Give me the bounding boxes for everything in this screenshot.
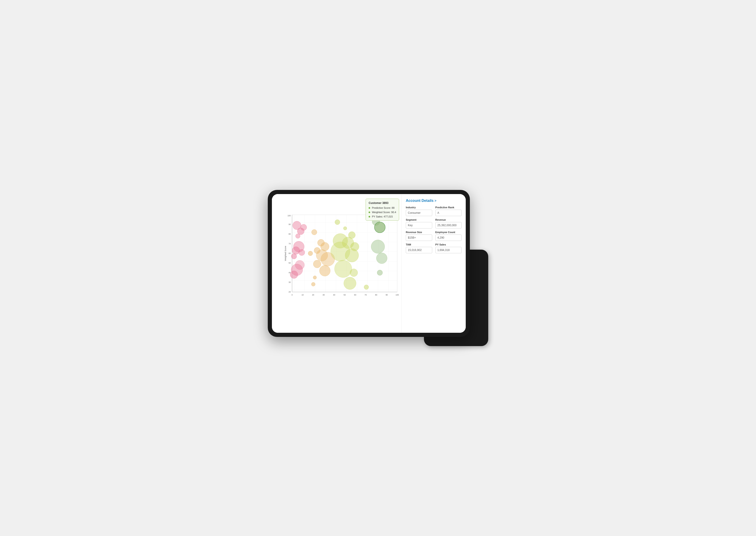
field-label-revenue-size: Revenue Size <box>406 231 432 234</box>
svg-point-40 <box>308 251 313 255</box>
svg-point-32 <box>291 253 297 259</box>
svg-point-64 <box>374 222 385 233</box>
svg-point-36 <box>312 229 317 235</box>
svg-text:90: 90 <box>385 294 388 296</box>
field-label-tam: TAM <box>406 243 432 246</box>
svg-text:100: 100 <box>396 294 399 296</box>
svg-point-46 <box>312 282 315 286</box>
field-group-predictive-rank: Predictive Rank <box>435 206 462 216</box>
svg-point-47 <box>335 219 340 224</box>
field-label-employee-count: Employee Count <box>435 231 462 234</box>
svg-text:30: 30 <box>289 281 291 284</box>
field-input-employee-count[interactable] <box>435 234 462 241</box>
svg-text:50: 50 <box>289 262 291 264</box>
svg-point-55 <box>335 260 352 278</box>
svg-text:10: 10 <box>302 294 304 296</box>
svg-point-57 <box>344 277 356 289</box>
tooltip-item-2: Weighted Score: 90.4 <box>369 210 396 215</box>
field-input-revenue[interactable] <box>435 222 462 228</box>
svg-text:80: 80 <box>289 233 291 235</box>
field-input-revenue-size[interactable] <box>406 234 432 241</box>
field-group-revenue: Revenue <box>435 218 462 228</box>
svg-point-28 <box>296 234 300 238</box>
tablet-screen: Customer 3893 Predictive Score: 88 Weigh… <box>272 194 466 333</box>
svg-text:50: 50 <box>344 294 346 296</box>
svg-point-63 <box>377 270 382 276</box>
svg-text:60: 60 <box>289 252 291 254</box>
side-panel: Account Details > Industry Predictive Ra… <box>401 194 466 333</box>
account-details-link[interactable]: Account Details > <box>406 199 462 203</box>
svg-text:70: 70 <box>289 243 291 245</box>
fields-grid: Industry Predictive Rank Segment <box>406 206 462 253</box>
svg-point-45 <box>313 276 316 279</box>
svg-text:60: 60 <box>354 294 356 296</box>
svg-text:20: 20 <box>289 291 291 293</box>
tooltip-item-3: PY Sales: 477,015 <box>369 215 396 219</box>
field-input-industry[interactable] <box>406 210 432 216</box>
svg-text:40: 40 <box>333 294 335 296</box>
tooltip-title: Customer 3893 <box>369 201 396 205</box>
field-group-py-sales: PY Sales <box>435 243 462 253</box>
svg-point-43 <box>313 260 321 268</box>
field-group-industry: Industry <box>406 206 432 216</box>
svg-point-61 <box>371 240 385 253</box>
svg-point-48 <box>343 227 347 230</box>
svg-point-58 <box>364 285 369 289</box>
svg-text:80: 80 <box>375 294 377 296</box>
field-group-tam: TAM <box>406 243 432 253</box>
field-group-employee-count: Employee Count <box>435 231 462 241</box>
svg-text:70: 70 <box>365 294 367 296</box>
field-label-py-sales: PY Sales <box>435 243 462 246</box>
svg-point-27 <box>297 228 304 235</box>
svg-text:20: 20 <box>312 294 314 296</box>
field-group-revenue-size: Revenue Size <box>406 231 432 241</box>
field-label-industry: Industry <box>406 206 432 209</box>
field-input-predictive-rank[interactable] <box>435 210 462 216</box>
svg-point-44 <box>319 265 330 276</box>
tablet-frame: Customer 3893 Predictive Score: 88 Weigh… <box>268 190 470 337</box>
field-input-py-sales[interactable] <box>435 247 462 253</box>
field-input-segment[interactable] <box>406 222 432 228</box>
svg-point-35 <box>290 271 298 279</box>
svg-point-56 <box>350 269 358 277</box>
field-label-segment: Segment <box>406 218 432 221</box>
svg-text:90: 90 <box>289 223 291 225</box>
field-input-tam[interactable] <box>406 247 432 253</box>
account-details-label: Account Details <box>406 199 434 203</box>
device-wrapper: Customer 3893 Predictive Score: 88 Weigh… <box>268 190 488 346</box>
svg-text:Weighted Score: Weighted Score <box>284 246 287 261</box>
svg-text:0: 0 <box>291 294 293 296</box>
svg-point-54 <box>345 249 359 262</box>
chevron-icon: > <box>435 199 436 203</box>
tooltip-box: Customer 3893 Predictive Score: 88 Weigh… <box>366 199 399 221</box>
field-group-segment: Segment <box>406 218 432 228</box>
chart-area: Customer 3893 Predictive Score: 88 Weigh… <box>272 194 401 333</box>
svg-text:100: 100 <box>287 215 291 217</box>
svg-point-31 <box>299 250 305 255</box>
tooltip-item-1: Predictive Score: 88 <box>369 206 396 210</box>
svg-text:30: 30 <box>322 294 325 296</box>
svg-point-62 <box>377 253 387 264</box>
field-label-revenue: Revenue <box>435 218 462 221</box>
field-label-predictive-rank: Predictive Rank <box>435 206 462 209</box>
